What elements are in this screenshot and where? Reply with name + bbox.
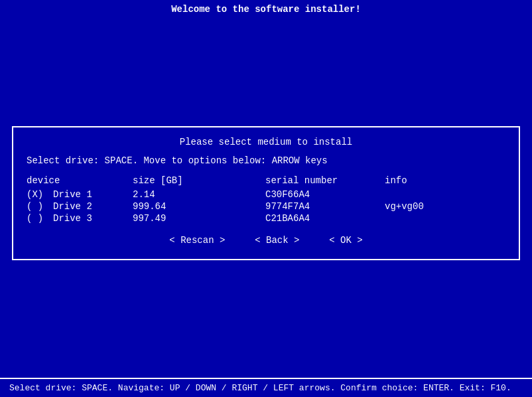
title-bar: Welcome to the software installer!: [0, 0, 532, 19]
drive-selector-2: ( ): [27, 212, 53, 224]
dialog-instruction: Select drive: SPACE. Move to options bel…: [27, 155, 505, 166]
buttons-row: < Rescan > < Back > < OK >: [27, 234, 505, 247]
table-row[interactable]: (X) Drive 1 2.14 C30F66A4: [27, 189, 505, 200]
back-button[interactable]: < Back >: [251, 234, 303, 247]
drive-name-2: Drive 3: [53, 212, 133, 224]
col-header-size: size [GB]: [133, 175, 265, 189]
title-text: Welcome to the software installer!: [171, 4, 361, 15]
drive-info-2: [385, 212, 505, 224]
dialog-box: Please select medium to install Select d…: [12, 126, 520, 260]
drive-info-0: [385, 189, 505, 200]
drive-table: device size [GB] serial number info (X) …: [27, 175, 505, 224]
dialog-heading: Please select medium to install: [27, 137, 505, 147]
drive-serial-1: 9774F7A4: [265, 200, 385, 212]
rescan-button[interactable]: < Rescan >: [165, 234, 229, 247]
table-row[interactable]: ( ) Drive 2 999.64 9774F7A4 vg+vg00: [27, 200, 505, 212]
drive-info-1: vg+vg00: [385, 200, 505, 212]
drive-name-0: Drive 1: [53, 189, 133, 200]
ok-button[interactable]: < OK >: [325, 234, 366, 247]
drive-selector-0: (X): [27, 189, 53, 200]
drive-size-0: 2.14: [133, 189, 265, 200]
table-row[interactable]: ( ) Drive 3 997.49 C21BA6A4: [27, 212, 505, 224]
drive-selector-1: ( ): [27, 200, 53, 212]
drive-serial-0: C30F66A4: [265, 189, 385, 200]
drive-name-1: Drive 2: [53, 200, 133, 212]
col-header-device: device: [27, 175, 133, 189]
col-header-serial: serial number: [265, 175, 385, 189]
drive-size-2: 997.49: [133, 212, 265, 224]
drive-size-1: 999.64: [133, 200, 265, 212]
col-header-info: info: [385, 175, 505, 189]
drive-serial-2: C21BA6A4: [265, 212, 385, 224]
status-text: Select drive: SPACE. Navigate: UP / DOWN…: [9, 383, 511, 393]
status-bar: Select drive: SPACE. Navigate: UP / DOWN…: [0, 378, 532, 397]
